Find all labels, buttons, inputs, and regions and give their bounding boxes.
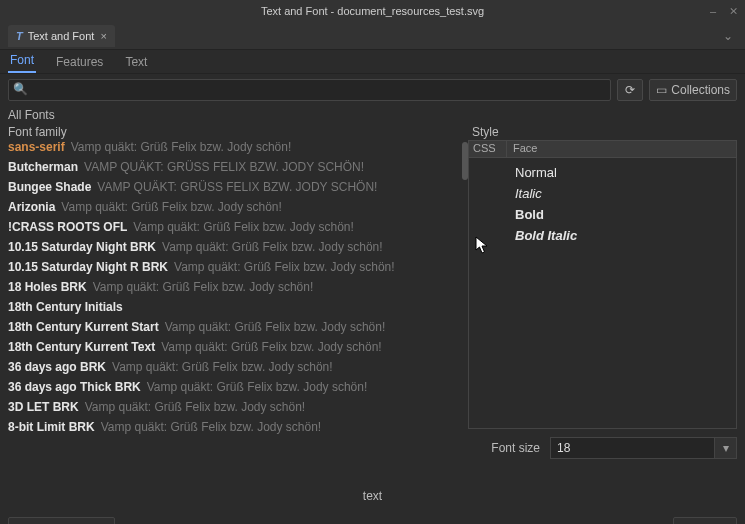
font-preview: Vamp quäkt: Grüß Felix bzw. Jody schön! bbox=[93, 280, 314, 294]
font-row[interactable]: 18th Century Kurrent TextVamp quäkt: Grü… bbox=[8, 340, 468, 360]
font-name: !CRASS ROOTS OFL bbox=[8, 220, 127, 234]
text-tool-icon: T bbox=[16, 30, 23, 42]
font-name: 18th Century Initials bbox=[8, 300, 123, 314]
chevron-down-icon: ▾ bbox=[723, 441, 729, 455]
style-header: Style bbox=[468, 124, 737, 140]
font-list[interactable]: sans-serifVamp quäkt: Grüß Felix bzw. Jo… bbox=[0, 140, 468, 459]
font-preview: Vamp quäkt: Grüß Felix bzw. Jody schön! bbox=[112, 360, 333, 374]
style-table-header: CSS Face bbox=[468, 140, 737, 158]
window-title: Text and Font - document_resources_test.… bbox=[261, 5, 484, 17]
font-size-label: Font size bbox=[468, 441, 540, 455]
dialog-footer: Set as default Apply bbox=[0, 511, 745, 524]
font-name: sans-serif bbox=[8, 140, 65, 154]
font-name: 18th Century Kurrent Text bbox=[8, 340, 155, 354]
font-name: 3D LET BRK bbox=[8, 400, 79, 414]
font-family-header: Font family bbox=[0, 124, 468, 140]
main-columns: Font family sans-serifVamp quäkt: Grüß F… bbox=[0, 124, 745, 459]
search-icon: 🔍 bbox=[13, 82, 28, 96]
text-section-label: text bbox=[0, 459, 745, 511]
collections-button[interactable]: ▭ Collections bbox=[649, 79, 737, 101]
font-preview: VAMP QUÄKT: GRÜSS FELIX BZW. JODY SCHÖN! bbox=[97, 180, 377, 194]
font-size-dropdown-button[interactable]: ▾ bbox=[715, 437, 737, 459]
doc-tab-label: Text and Font bbox=[28, 30, 95, 42]
set-as-default-button[interactable]: Set as default bbox=[8, 517, 115, 524]
doc-tab-text-and-font[interactable]: T Text and Font × bbox=[8, 25, 115, 47]
face-row[interactable]: Italic bbox=[469, 183, 736, 204]
css-column-header[interactable]: CSS bbox=[469, 141, 507, 157]
font-name: 10.15 Saturday Night R BRK bbox=[8, 260, 168, 274]
font-preview: Vamp quäkt: Grüß Felix bzw. Jody schön! bbox=[165, 320, 386, 334]
tab-text[interactable]: Text bbox=[123, 51, 149, 73]
face-row[interactable]: Bold bbox=[469, 204, 736, 225]
tab-features[interactable]: Features bbox=[54, 51, 105, 73]
face-row[interactable]: Normal bbox=[469, 162, 736, 183]
font-size-input[interactable] bbox=[550, 437, 715, 459]
all-fonts-label: All Fonts bbox=[0, 106, 745, 124]
font-row[interactable]: 36 days ago Thick BRKVamp quäkt: Grüß Fe… bbox=[8, 380, 468, 400]
font-row[interactable]: 10.15 Saturday Night BRKVamp quäkt: Grüß… bbox=[8, 240, 468, 260]
collections-label: Collections bbox=[671, 83, 730, 97]
font-preview: Vamp quäkt: Grüß Felix bzw. Jody schön! bbox=[101, 420, 322, 434]
font-name: Arizonia bbox=[8, 200, 55, 214]
font-preview: Vamp quäkt: Grüß Felix bzw. Jody schön! bbox=[161, 340, 382, 354]
font-name: 10.15 Saturday Night BRK bbox=[8, 240, 156, 254]
panel-subtabs: Font Features Text bbox=[0, 50, 745, 74]
font-row[interactable]: sans-serifVamp quäkt: Grüß Felix bzw. Jo… bbox=[8, 140, 468, 160]
font-toolbar: 🔍 ⟳ ▭ Collections bbox=[0, 74, 745, 106]
close-icon[interactable]: ⨯ bbox=[727, 5, 739, 17]
style-column: Style CSS Face NormalItalicBoldBold Ital… bbox=[468, 124, 745, 459]
font-preview: VAMP QUÄKT: GRÜSS FELIX BZW. JODY SCHÖN! bbox=[84, 160, 364, 174]
font-row[interactable]: ButchermanVAMP QUÄKT: GRÜSS FELIX BZW. J… bbox=[8, 160, 468, 180]
window-controls: – ⨯ bbox=[707, 5, 739, 17]
font-name: 18th Century Kurrent Start bbox=[8, 320, 159, 334]
font-preview: Vamp quäkt: Grüß Felix bzw. Jody schön! bbox=[71, 140, 292, 154]
face-column-header[interactable]: Face bbox=[507, 141, 736, 157]
font-row[interactable]: !CRASS ROOTS OFLVamp quäkt: Grüß Felix b… bbox=[8, 220, 468, 240]
font-preview: Vamp quäkt: Grüß Felix bzw. Jody schön! bbox=[85, 400, 306, 414]
font-preview: Vamp quäkt: Grüß Felix bzw. Jody schön! bbox=[162, 240, 383, 254]
font-row[interactable]: 18 Holes BRKVamp quäkt: Grüß Felix bzw. … bbox=[8, 280, 468, 300]
font-size-row: Font size ▾ bbox=[468, 429, 737, 459]
tab-close-icon[interactable]: × bbox=[100, 30, 106, 42]
collections-icon: ▭ bbox=[656, 83, 667, 97]
font-name: 36 days ago BRK bbox=[8, 360, 106, 374]
refresh-button[interactable]: ⟳ bbox=[617, 79, 643, 101]
font-preview: Vamp quäkt: Grüß Felix bzw. Jody schön! bbox=[61, 200, 282, 214]
face-list[interactable]: NormalItalicBoldBold Italic bbox=[468, 158, 737, 429]
refresh-icon: ⟳ bbox=[625, 83, 635, 97]
font-name: 36 days ago Thick BRK bbox=[8, 380, 141, 394]
font-row[interactable]: 3D LET BRKVamp quäkt: Grüß Felix bzw. Jo… bbox=[8, 400, 468, 420]
font-row[interactable]: 36 days ago BRKVamp quäkt: Grüß Felix bz… bbox=[8, 360, 468, 380]
minimize-icon[interactable]: – bbox=[707, 5, 719, 17]
font-search-input[interactable] bbox=[8, 79, 611, 101]
font-name: 8-bit Limit BRK bbox=[8, 420, 95, 434]
font-row[interactable]: Bungee ShadeVAMP QUÄKT: GRÜSS FELIX BZW.… bbox=[8, 180, 468, 200]
font-row[interactable]: 10.15 Saturday Night R BRKVamp quäkt: Gr… bbox=[8, 260, 468, 280]
font-name: Bungee Shade bbox=[8, 180, 91, 194]
font-row[interactable]: ArizoniaVamp quäkt: Grüß Felix bzw. Jody… bbox=[8, 200, 468, 220]
font-row[interactable]: 18th Century Initials bbox=[8, 300, 468, 320]
font-name: 18 Holes BRK bbox=[8, 280, 87, 294]
font-preview: Vamp quäkt: Grüß Felix bzw. Jody schön! bbox=[174, 260, 395, 274]
search-wrapper: 🔍 bbox=[8, 79, 611, 101]
face-row[interactable]: Bold Italic bbox=[469, 225, 736, 246]
font-preview: Vamp quäkt: Grüß Felix bzw. Jody schön! bbox=[147, 380, 368, 394]
tab-font[interactable]: Font bbox=[8, 49, 36, 73]
window-titlebar: Text and Font - document_resources_test.… bbox=[0, 0, 745, 22]
font-name: Butcherman bbox=[8, 160, 78, 174]
font-list-scrollbar[interactable] bbox=[462, 142, 468, 180]
font-preview: Vamp quäkt: Grüß Felix bzw. Jody schön! bbox=[133, 220, 354, 234]
font-row[interactable]: 8-bit Limit BRKVamp quäkt: Grüß Felix bz… bbox=[8, 420, 468, 440]
font-row[interactable]: 18th Century Kurrent StartVamp quäkt: Gr… bbox=[8, 320, 468, 340]
font-size-input-group: ▾ bbox=[550, 437, 737, 459]
font-family-column: Font family sans-serifVamp quäkt: Grüß F… bbox=[0, 124, 468, 459]
apply-button[interactable]: Apply bbox=[673, 517, 737, 524]
document-tab-bar: T Text and Font × ⌄ bbox=[0, 22, 745, 50]
chevron-down-icon[interactable]: ⌄ bbox=[719, 25, 737, 47]
